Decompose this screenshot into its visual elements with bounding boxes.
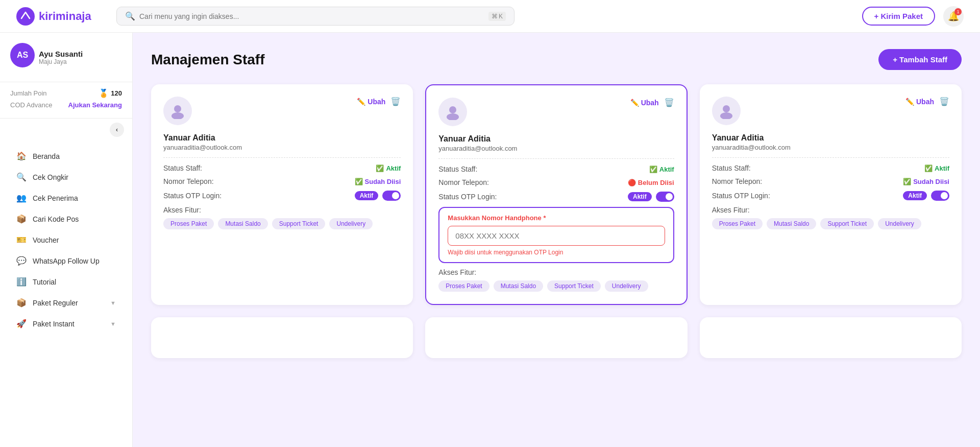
staff-avatar-3 [712,97,741,125]
staff-email-1: yanuaraditia@outlook.com [163,144,401,151]
poin-label: Jumlah Poin [10,89,47,97]
otp-row-3: Status OTP Login: Aktif [712,191,949,201]
ubah-button-3[interactable]: ✏️ Ubah [905,98,934,106]
badge-mutasi-saldo-3: Mutasi Saldo [767,218,816,229]
sidebar-item-cek-penerima[interactable]: 👥 Cek Penerima [4,188,128,208]
staff-cards-grid-bottom [151,317,962,358]
search-input[interactable] [139,12,484,20]
home-icon: 🏠 [16,151,27,161]
status-staff-row-3: Status Staff: ✅ Aktif [712,164,949,172]
collapse-button[interactable]: ‹ [110,123,124,137]
user-section: AS Ayu Susanti Maju Jaya [0,43,132,82]
staff-card-3: ✏️ Ubah 🗑️ Yanuar Aditia yanuaraditia@ou… [700,84,962,305]
badge-proses-paket-1: Proses Paket [163,218,214,229]
sidebar-item-label: Tutorial [33,278,56,286]
badge-undelivery-3: Undelivery [878,218,921,229]
badge-proses-paket-3: Proses Paket [712,218,763,229]
sidebar-item-voucher[interactable]: 🎫 Voucher [4,230,128,250]
whatsapp-icon: 💬 [16,256,27,266]
otp-switch-3[interactable] [931,191,949,201]
sidebar-item-label: Beranda [33,152,60,160]
ubah-button-1[interactable]: ✏️ Ubah [357,98,385,106]
edit-icon: ✏️ [357,98,365,106]
sidebar-item-label: Paket Instant [33,320,75,328]
telepon-status-3: ✅ Sudah Diisi [903,178,949,185]
otp-toggle-3: Aktif [903,191,949,201]
staff-email-3: yanuaraditia@outlook.com [712,144,949,151]
delete-button-1[interactable]: 🗑️ [390,97,401,106]
sidebar-item-paket-instant[interactable]: 🚀 Paket Instant ▼ [4,314,128,334]
sidebar-item-label: Paket Reguler [33,299,78,307]
user-row: AS Ayu Susanti Maju Jaya [10,43,122,72]
card-header-3: ✏️ Ubah 🗑️ [712,97,949,125]
badge-support-ticket-3: Support Ticket [820,218,874,229]
svg-point-5 [723,105,730,112]
otp-pill-1: Aktif [355,191,379,200]
staff-name-1: Yanuar Aditia [163,133,401,143]
edit-icon: ✏️ [630,99,639,107]
topnav-right: + Kirim Paket 🔔 1 [862,6,964,27]
nomor-telepon-row-2: Nomor Telepon: 🔴 Belum Diisi [438,178,674,186]
sidebar-item-cari-kode-pos[interactable]: 📦 Cari Kode Pos [4,209,128,229]
status-staff-row-1: Status Staff: ✅ Aktif [163,164,401,172]
card-header-2: ✏️ Ubah 🗑️ [438,98,674,126]
logo-text: kiriminaja [39,10,91,23]
status-staff-row-2: Status Staff: ✅ Aktif [438,165,674,173]
telepon-status-1: ✅ Sudah Diisi [355,178,401,185]
staff-avatar-2 [438,98,467,126]
nav-items: 🏠 Beranda 🔍 Cek Ongkir 👥 Cek Penerima 📦 … [0,141,132,339]
tambah-staff-button[interactable]: + Tambah Staff [878,49,962,70]
card-actions-3: ✏️ Ubah 🗑️ [905,97,949,106]
poin-value: 🏅 120 [99,88,122,98]
delete-button-3[interactable]: 🗑️ [939,97,949,106]
badge-proses-paket-2: Proses Paket [438,280,489,292]
card-actions-2: ✏️ Ubah 🗑️ [630,98,674,107]
phone-input-section: Masukkan Nomor Handphone * Wajib diisi u… [438,207,674,263]
notification-button[interactable]: 🔔 1 [943,6,964,27]
staff-card-5 [425,317,687,358]
sidebar-item-tutorial[interactable]: ℹ️ Tutorial [4,272,128,292]
search-icon: 🔍 [125,11,135,21]
coin-icon: 🏅 [99,88,109,98]
page-header: Manajemen Staff + Tambah Staff [151,49,962,70]
akses-label-2: Akses Fitur: [438,268,674,276]
otp-pill-3: Aktif [903,191,927,200]
telepon-status-2: 🔴 Belum Diisi [628,179,674,186]
otp-switch-1[interactable] [382,191,401,201]
notif-badge: 1 [954,8,962,15]
ajukan-link[interactable]: Ajukan Sekarang [68,101,122,109]
kirim-paket-button[interactable]: + Kirim Paket [862,7,935,26]
sidebar-item-whatsapp-follow-up[interactable]: 💬 WhatsApp Follow Up [4,251,128,271]
info-icon: ℹ️ [16,277,27,287]
main-content: Manajemen Staff + Tambah Staff ✏️ Ubah [133,33,980,447]
svg-point-4 [447,113,459,120]
otp-switch-2[interactable] [656,192,674,202]
search-shortcut: ⌘ K [488,12,506,21]
sidebar-item-label: WhatsApp Follow Up [33,257,100,265]
logo-icon [16,7,35,26]
delete-button-2[interactable]: 🗑️ [664,98,674,107]
badge-undelivery-1: Undelivery [329,218,373,229]
sidebar-item-cek-ongkir[interactable]: 🔍 Cek Ongkir [4,167,128,187]
sidebar-item-paket-reguler[interactable]: 📦 Paket Reguler ▼ [4,293,128,313]
staff-card-4 [151,317,413,358]
chevron-down-icon: ▼ [110,321,116,327]
topnav: kiriminaja 🔍 ⌘ K + Kirim Paket 🔔 1 [0,0,980,33]
nomor-telepon-row-1: Nomor Telepon: ✅ Sudah Diisi [163,177,401,185]
svg-point-6 [720,112,732,119]
people-icon: 👥 [16,193,27,203]
staff-card-2: ✏️ Ubah 🗑️ Yanuar Aditia yanuaraditia@ou… [425,84,687,305]
phone-input-label: Masukkan Nomor Handphone * [448,214,665,222]
badges-1: Proses Paket Mutasi Saldo Support Ticket… [163,218,401,229]
staff-name-3: Yanuar Aditia [712,133,949,143]
akses-label-1: Akses Fitur: [163,206,401,214]
cod-row: COD Advance Ajukan Sekarang [10,101,122,109]
sidebar: AS Ayu Susanti Maju Jaya Jumlah Poin 🏅 1… [0,33,133,447]
svg-point-0 [16,7,35,26]
badge-mutasi-saldo-1: Mutasi Saldo [218,218,267,229]
phone-number-input[interactable] [448,226,665,246]
akses-label-3: Akses Fitur: [712,206,949,214]
ubah-button-2[interactable]: ✏️ Ubah [630,99,659,107]
sidebar-item-beranda[interactable]: 🏠 Beranda [4,146,128,166]
badge-support-ticket-2: Support Ticket [547,280,601,292]
